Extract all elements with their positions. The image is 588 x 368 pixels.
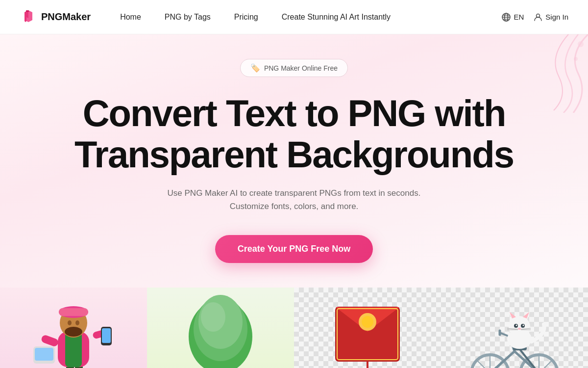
image-tree bbox=[147, 288, 294, 368]
badge: 🏷️ PNG Maker Online Free bbox=[240, 59, 348, 77]
badge-icon: 🏷️ bbox=[250, 63, 260, 73]
svg-point-72 bbox=[518, 328, 521, 330]
svg-point-18 bbox=[68, 320, 72, 325]
tree-figure bbox=[157, 288, 284, 368]
svg-point-71 bbox=[523, 324, 524, 326]
nav-png-by-tags[interactable]: PNG by Tags bbox=[165, 13, 211, 22]
nav-links: Home PNG by Tags Pricing Create Stunning… bbox=[120, 13, 502, 22]
nav-pricing[interactable]: Pricing bbox=[234, 13, 258, 22]
lang-label: EN bbox=[514, 13, 524, 21]
svg-point-70 bbox=[516, 324, 517, 326]
hero-section: 🏷️ PNG Maker Online Free Convert Text to… bbox=[0, 34, 588, 368]
svg-point-19 bbox=[75, 320, 79, 325]
svg-point-33 bbox=[201, 302, 225, 332]
envelope-figure bbox=[304, 288, 431, 368]
svg-point-38 bbox=[362, 316, 373, 328]
hero-title-line1: Convert Text to PNG with bbox=[83, 92, 506, 134]
svg-rect-26 bbox=[102, 328, 111, 343]
sign-in-label: Sign In bbox=[545, 13, 568, 21]
hero-images-row bbox=[0, 288, 588, 368]
badge-text: PNG Maker Online Free bbox=[264, 64, 338, 72]
svg-point-9 bbox=[574, 57, 578, 61]
hero-subtitle: Use PNG Maker AI to create transparent P… bbox=[147, 186, 441, 213]
image-envelope bbox=[294, 288, 441, 368]
cta-button[interactable]: Create Your PNG Free Now bbox=[215, 235, 373, 263]
svg-rect-1 bbox=[26, 10, 29, 12]
cat-figure bbox=[451, 288, 578, 368]
logo-text: PNGMaker bbox=[41, 11, 91, 23]
svg-point-20 bbox=[65, 327, 82, 337]
image-man bbox=[0, 288, 147, 368]
hero-title: Convert Text to PNG with Transparent Bac… bbox=[74, 93, 514, 175]
svg-rect-17 bbox=[59, 308, 88, 316]
logo-icon bbox=[20, 8, 37, 26]
wave-decoration bbox=[490, 34, 588, 113]
navbar: PNGMaker Home PNG by Tags Pricing Create… bbox=[0, 0, 588, 34]
sign-in-button[interactable]: Sign In bbox=[534, 13, 568, 22]
svg-rect-23 bbox=[35, 348, 53, 361]
language-button[interactable]: EN bbox=[502, 13, 524, 22]
user-icon bbox=[534, 13, 542, 22]
nav-ai-art[interactable]: Create Stunning AI Art Instantly bbox=[282, 13, 391, 22]
globe-icon bbox=[502, 13, 511, 22]
svg-point-8 bbox=[578, 41, 584, 47]
nav-right: EN Sign In bbox=[502, 13, 568, 22]
logo-link[interactable]: PNGMaker bbox=[20, 8, 91, 26]
hero-title-line2: Transparent Backgrounds bbox=[74, 133, 514, 175]
svg-rect-21 bbox=[41, 334, 59, 347]
man-figure bbox=[10, 288, 137, 368]
nav-home[interactable]: Home bbox=[120, 13, 141, 22]
image-cat bbox=[441, 288, 588, 368]
